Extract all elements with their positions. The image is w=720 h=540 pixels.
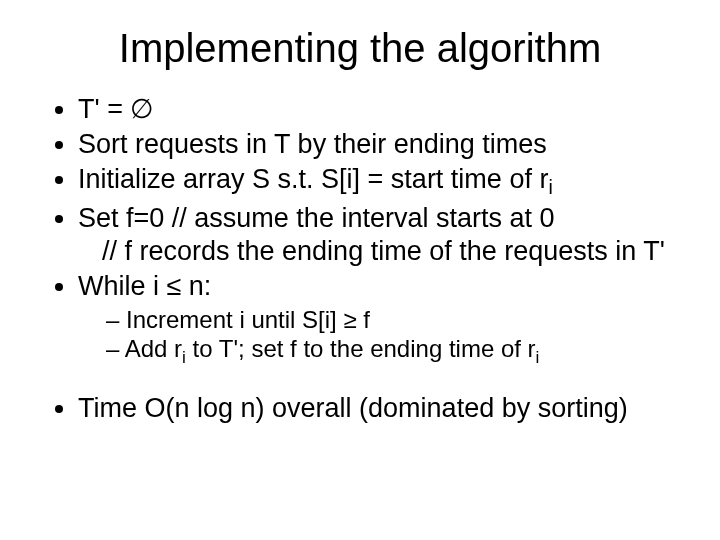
bullet-2: Sort requests in T by their ending times xyxy=(78,128,680,161)
bullet-4-text: Set f=0 // assume the interval starts at… xyxy=(78,203,554,233)
bullet-4-cont: // f records the ending time of the requ… xyxy=(102,235,680,268)
bullet-list-2: Time O(n log n) overall (dominated by so… xyxy=(40,392,680,425)
subscript-i-3: i xyxy=(536,347,540,367)
sub-bullet-2b: to T'; set f to the ending time of r xyxy=(186,335,536,362)
subscript-i: i xyxy=(548,176,552,198)
bullet-3-text: Initialize array S s.t. S[i] = start tim… xyxy=(78,164,548,194)
bullet-6: Time O(n log n) overall (dominated by so… xyxy=(78,392,680,425)
sub-bullet-2a: Add r xyxy=(125,335,182,362)
sub-bullet-1-text: Increment i until S[i] ≥ f xyxy=(126,306,370,333)
bullet-1: T' = ∅ xyxy=(78,93,680,126)
bullet-list: T' = ∅ Sort requests in T by their endin… xyxy=(40,93,680,368)
sub-bullet-list: Increment i until S[i] ≥ f Add ri to T';… xyxy=(78,305,680,368)
slide: Implementing the algorithm T' = ∅ Sort r… xyxy=(0,0,720,540)
spacer xyxy=(40,370,680,392)
bullet-3: Initialize array S s.t. S[i] = start tim… xyxy=(78,163,680,200)
bullet-5-text: While i ≤ n: xyxy=(78,271,211,301)
sub-bullet-1: Increment i until S[i] ≥ f xyxy=(106,305,680,334)
slide-title: Implementing the algorithm xyxy=(40,26,680,71)
bullet-4: Set f=0 // assume the interval starts at… xyxy=(78,202,680,268)
bullet-2-text: Sort requests in T by their ending times xyxy=(78,129,547,159)
bullet-1-text: T' = ∅ xyxy=(78,94,154,124)
bullet-5: While i ≤ n: Increment i until S[i] ≥ f … xyxy=(78,270,680,368)
sub-bullet-2: Add ri to T'; set f to the ending time o… xyxy=(106,334,680,368)
bullet-6-text: Time O(n log n) overall (dominated by so… xyxy=(78,393,628,423)
